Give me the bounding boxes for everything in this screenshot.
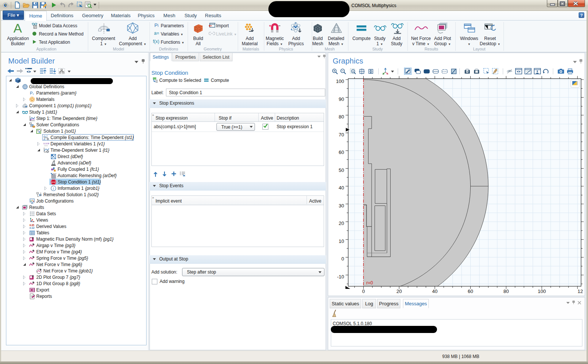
svg-text:50: 50	[339, 167, 344, 173]
svg-text:40: 40	[432, 289, 437, 294]
svg-text:60: 60	[339, 149, 344, 155]
svg-text:30: 30	[339, 203, 344, 209]
svg-text:60: 60	[468, 289, 473, 294]
svg-text:0: 0	[341, 256, 344, 262]
svg-text:20: 20	[339, 220, 344, 226]
svg-text:80: 80	[504, 289, 509, 294]
svg-text:40: 40	[339, 185, 344, 191]
svg-text:r=0: r=0	[366, 280, 373, 286]
svg-text:100: 100	[336, 78, 344, 84]
svg-text:-10: -10	[337, 274, 344, 280]
svg-text:90: 90	[339, 96, 344, 102]
svg-text:70: 70	[339, 132, 344, 138]
svg-text:10: 10	[339, 238, 344, 244]
svg-text:12: 12	[578, 289, 583, 294]
svg-text:80: 80	[339, 114, 344, 120]
svg-text:20: 20	[397, 289, 402, 294]
svg-text:100: 100	[538, 289, 546, 294]
svg-text:0: 0	[362, 289, 365, 294]
